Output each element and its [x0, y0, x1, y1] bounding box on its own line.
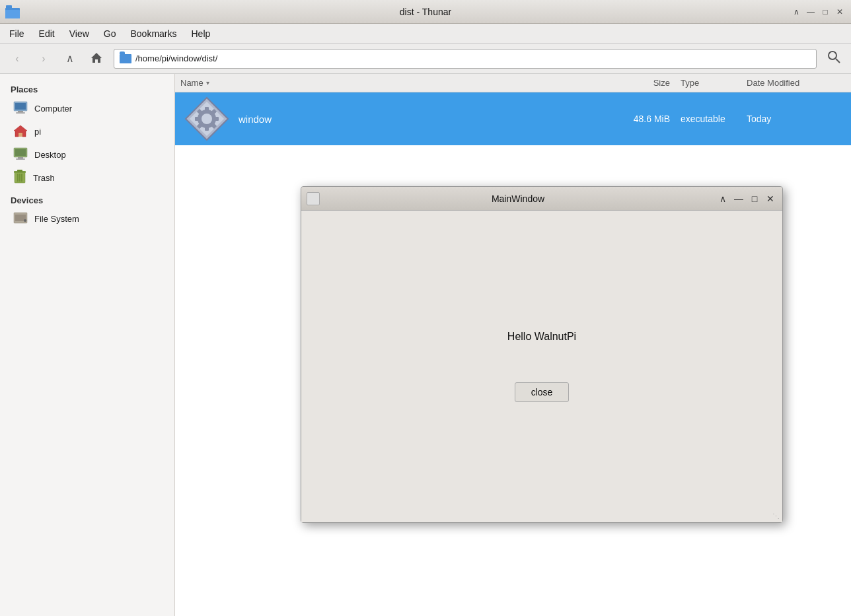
filesystem-icon — [13, 212, 28, 226]
desktop-icon — [13, 147, 28, 162]
svg-line-5 — [836, 59, 840, 63]
places-section-label: Places — [0, 79, 174, 97]
file-size: 48.6 MiB — [621, 114, 681, 124]
computer-icon — [13, 101, 28, 116]
floating-window-title: MainWindow — [320, 193, 716, 204]
file-name: window — [233, 114, 621, 125]
col-type-header[interactable]: Type — [681, 78, 747, 88]
executable-icon — [184, 96, 229, 141]
svg-rect-2 — [6, 5, 12, 9]
app-icon — [5, 5, 20, 18]
file-date: Today — [747, 114, 846, 124]
svg-rect-13 — [15, 149, 26, 156]
forward-icon: › — [42, 53, 45, 65]
menu-view[interactable]: View — [63, 26, 96, 42]
main-layout: Places Computer pi — [0, 74, 851, 616]
sidebar-item-desktop-label: Desktop — [34, 150, 66, 160]
restore-btn[interactable]: □ — [819, 6, 831, 18]
svg-point-4 — [829, 51, 836, 59]
floating-content: Hello WalnutPi close ⋱ — [301, 211, 782, 522]
search-icon — [827, 50, 840, 67]
column-headers: Name ▾ Size Type Date Modified — [175, 74, 851, 92]
floating-restore-btn[interactable]: □ — [748, 192, 761, 205]
sidebar-item-filesystem[interactable]: File System — [3, 209, 172, 229]
devices-section-label: Devices — [0, 190, 174, 208]
svg-point-29 — [202, 114, 212, 124]
floating-window: MainWindow ∧ — □ ✕ Hello WalnutPi close … — [301, 186, 783, 523]
title-bar: dist - Thunar ∧ — □ ✕ — [0, 0, 851, 24]
minimize-btn[interactable]: — — [805, 6, 817, 18]
sidebar-item-trash-label: Trash — [33, 173, 55, 183]
content-area: Name ▾ Size Type Date Modified — [175, 74, 851, 616]
svg-rect-30 — [205, 107, 209, 112]
hello-text: Hello WalnutPi — [507, 331, 576, 343]
svg-rect-9 — [16, 112, 25, 114]
svg-rect-31 — [205, 126, 209, 131]
col-size-header[interactable]: Size — [621, 78, 681, 88]
search-button[interactable] — [822, 48, 846, 70]
sidebar-item-filesystem-label: File System — [34, 214, 79, 224]
file-type: executable — [681, 114, 747, 124]
svg-marker-3 — [91, 53, 102, 63]
floating-window-icon — [307, 192, 320, 205]
col-name-header[interactable]: Name ▾ — [180, 78, 621, 88]
svg-rect-15 — [16, 158, 25, 160]
floating-controls: ∧ — □ ✕ — [716, 192, 777, 205]
menu-bookmarks[interactable]: Bookmarks — [124, 26, 183, 42]
up-icon: ∧ — [66, 52, 74, 65]
title-bar-controls: ∧ — □ ✕ — [790, 6, 846, 18]
menu-help[interactable]: Help — [185, 26, 217, 42]
svg-rect-11 — [18, 133, 22, 137]
floating-close-btn-btn[interactable]: ✕ — [764, 192, 777, 205]
close-btn[interactable]: ✕ — [834, 6, 846, 18]
floating-maximize-up-btn[interactable]: ∧ — [716, 192, 729, 205]
col-name-label: Name — [180, 78, 204, 88]
home-button[interactable] — [85, 48, 108, 70]
up-button[interactable]: ∧ — [58, 48, 82, 70]
back-icon: ‹ — [15, 53, 18, 65]
sidebar-item-desktop[interactable]: Desktop — [3, 144, 172, 166]
address-text: /home/pi/window/dist/ — [135, 53, 217, 63]
svg-rect-32 — [195, 117, 200, 121]
sidebar-item-computer[interactable]: Computer — [3, 98, 172, 120]
sidebar-item-trash[interactable]: Trash — [3, 166, 172, 189]
address-folder-icon — [120, 54, 131, 63]
back-button[interactable]: ‹ — [5, 48, 29, 70]
pi-home-icon — [13, 123, 28, 140]
svg-rect-1 — [5, 10, 20, 18]
sidebar-item-computer-label: Computer — [34, 104, 72, 114]
sidebar: Places Computer pi — [0, 74, 175, 616]
maximize-up-btn[interactable]: ∧ — [790, 6, 802, 18]
floating-minimize-btn[interactable]: — — [732, 192, 745, 205]
sort-arrow-icon: ▾ — [206, 79, 209, 86]
col-date-header[interactable]: Date Modified — [747, 78, 846, 88]
svg-rect-33 — [214, 117, 219, 121]
svg-point-24 — [24, 219, 26, 222]
svg-rect-18 — [17, 170, 22, 172]
menu-go[interactable]: Go — [97, 26, 123, 42]
sidebar-item-pi[interactable]: pi — [3, 120, 172, 143]
table-row[interactable]: window 48.6 MiB executable Today — [175, 92, 851, 145]
address-bar[interactable]: /home/pi/window/dist/ — [114, 49, 817, 69]
forward-button[interactable]: › — [32, 48, 56, 70]
resize-handle[interactable]: ⋱ — [772, 512, 780, 521]
toolbar: ‹ › ∧ /home/pi/window/dist/ — [0, 44, 851, 74]
file-icon-container — [180, 96, 233, 141]
trash-icon — [13, 170, 26, 186]
close-button[interactable]: close — [515, 382, 570, 402]
home-icon — [91, 51, 102, 66]
sidebar-item-pi-label: pi — [34, 127, 41, 137]
menu-file[interactable]: File — [3, 26, 31, 42]
svg-rect-7 — [15, 103, 26, 110]
floating-title-bar: MainWindow ∧ — □ ✕ — [301, 187, 782, 211]
menu-bar: File Edit View Go Bookmarks Help — [0, 24, 851, 44]
title-bar-left — [5, 5, 20, 18]
window-title: dist - Thunar — [0, 7, 851, 17]
menu-edit[interactable]: Edit — [32, 26, 61, 42]
